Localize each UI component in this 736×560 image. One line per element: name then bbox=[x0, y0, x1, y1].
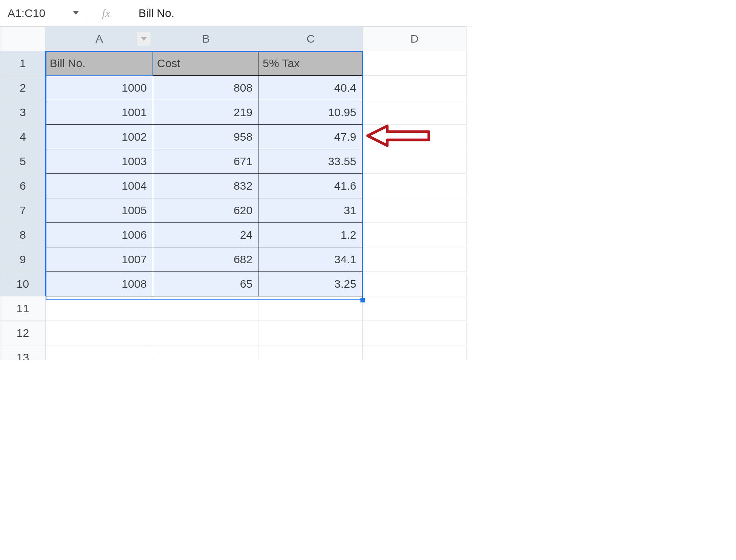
cell-D12[interactable] bbox=[363, 321, 467, 345]
cell-B4[interactable]: 958 bbox=[153, 125, 259, 149]
cell-D10[interactable] bbox=[363, 272, 467, 296]
cell-A7[interactable]: 1005 bbox=[46, 198, 153, 223]
cell-A12[interactable] bbox=[46, 321, 153, 345]
cell-C8[interactable]: 1.2 bbox=[259, 223, 363, 247]
row-header-5[interactable]: 5 bbox=[0, 149, 46, 174]
col-header-D[interactable]: D bbox=[363, 27, 467, 51]
col-header-label: C bbox=[306, 32, 315, 45]
cell-B5[interactable]: 671 bbox=[153, 149, 259, 174]
cell-B7[interactable]: 620 bbox=[153, 198, 259, 223]
cell-C6[interactable]: 41.6 bbox=[259, 174, 363, 198]
cell-C4[interactable]: 47.9 bbox=[259, 125, 363, 149]
cell-A11[interactable] bbox=[46, 296, 153, 321]
col-header-label: B bbox=[202, 32, 209, 45]
cell-D4[interactable] bbox=[363, 125, 467, 149]
cell-C11[interactable] bbox=[259, 296, 363, 321]
cell-B6[interactable]: 832 bbox=[153, 174, 259, 198]
cell-D2[interactable] bbox=[363, 76, 467, 100]
fx-icon: fx bbox=[85, 7, 127, 20]
cell-D3[interactable] bbox=[363, 100, 467, 125]
cell-C5[interactable]: 33.55 bbox=[259, 149, 363, 174]
row-header-8[interactable]: 8 bbox=[0, 223, 46, 247]
cell-D1[interactable] bbox=[363, 51, 467, 76]
cell-D13[interactable] bbox=[363, 345, 467, 361]
cell-C7[interactable]: 31 bbox=[259, 198, 363, 223]
formula-text: Bill No. bbox=[139, 7, 174, 20]
cell-A4[interactable]: 1002 bbox=[46, 125, 153, 149]
cell-B12[interactable] bbox=[153, 321, 259, 345]
cell-A6[interactable]: 1004 bbox=[46, 174, 153, 198]
row-header-9[interactable]: 9 bbox=[0, 247, 46, 272]
col-header-label: D bbox=[410, 32, 419, 45]
cell-D6[interactable] bbox=[363, 174, 467, 198]
row-header-3[interactable]: 3 bbox=[0, 100, 46, 125]
col-header-C[interactable]: C bbox=[259, 27, 363, 51]
row-header-4[interactable]: 4 bbox=[0, 125, 46, 149]
row-header-1[interactable]: 1 bbox=[0, 51, 46, 76]
name-box-dropdown-icon[interactable] bbox=[73, 11, 79, 16]
row-header-6[interactable]: 6 bbox=[0, 174, 46, 198]
cell-B8[interactable]: 24 bbox=[153, 223, 259, 247]
spreadsheet-grid[interactable]: A B C D 1 Bill No. Cost 5% Tax 2 bbox=[0, 26, 472, 360]
cell-B10[interactable]: 65 bbox=[153, 272, 259, 296]
row-header-13[interactable]: 13 bbox=[0, 345, 46, 361]
formula-input[interactable]: Bill No. bbox=[127, 0, 472, 26]
cell-B2[interactable]: 808 bbox=[153, 76, 259, 100]
col-header-A[interactable]: A bbox=[46, 27, 153, 51]
svg-marker-0 bbox=[73, 11, 79, 15]
cell-A13[interactable] bbox=[46, 345, 153, 361]
cell-A1[interactable]: Bill No. bbox=[46, 51, 153, 76]
cell-C12[interactable] bbox=[259, 321, 363, 345]
col-header-B[interactable]: B bbox=[153, 27, 259, 51]
cell-C2[interactable]: 40.4 bbox=[259, 76, 363, 100]
cell-D11[interactable] bbox=[363, 296, 467, 321]
cell-C3[interactable]: 10.95 bbox=[259, 100, 363, 125]
cell-C1[interactable]: 5% Tax bbox=[259, 51, 363, 76]
select-all-corner[interactable] bbox=[0, 27, 46, 51]
cell-B11[interactable] bbox=[153, 296, 259, 321]
cell-C13[interactable] bbox=[259, 345, 363, 361]
cell-B3[interactable]: 219 bbox=[153, 100, 259, 125]
cell-A10[interactable]: 1008 bbox=[46, 272, 153, 296]
svg-marker-1 bbox=[141, 37, 147, 41]
cell-A5[interactable]: 1003 bbox=[46, 149, 153, 174]
cell-A9[interactable]: 1007 bbox=[46, 247, 153, 272]
cell-B9[interactable]: 682 bbox=[153, 247, 259, 272]
row-header-2[interactable]: 2 bbox=[0, 76, 46, 100]
cell-D8[interactable] bbox=[363, 223, 467, 247]
name-box[interactable] bbox=[0, 0, 85, 26]
cell-C9[interactable]: 34.1 bbox=[259, 247, 363, 272]
row-header-12[interactable]: 12 bbox=[0, 321, 46, 345]
formula-bar: fx Bill No. bbox=[0, 0, 472, 26]
col-header-label: A bbox=[95, 32, 103, 45]
row-header-7[interactable]: 7 bbox=[0, 198, 46, 223]
name-box-input[interactable] bbox=[7, 6, 63, 20]
cell-B13[interactable] bbox=[153, 345, 259, 361]
row-header-10[interactable]: 10 bbox=[0, 272, 46, 296]
cell-A2[interactable]: 1000 bbox=[46, 76, 153, 100]
cell-D9[interactable] bbox=[363, 247, 467, 272]
cell-B1[interactable]: Cost bbox=[153, 51, 259, 76]
cell-A3[interactable]: 1001 bbox=[46, 100, 153, 125]
row-header-11[interactable]: 11 bbox=[0, 296, 46, 321]
cell-D7[interactable] bbox=[363, 198, 467, 223]
cell-C10[interactable]: 3.25 bbox=[259, 272, 363, 296]
filter-icon[interactable] bbox=[137, 32, 151, 46]
cell-D5[interactable] bbox=[363, 149, 467, 174]
cell-A8[interactable]: 1006 bbox=[46, 223, 153, 247]
